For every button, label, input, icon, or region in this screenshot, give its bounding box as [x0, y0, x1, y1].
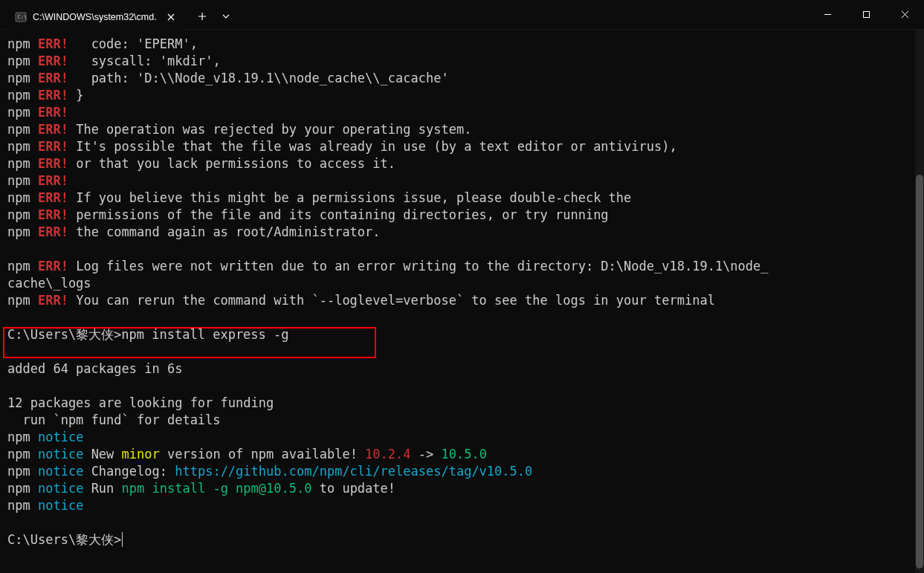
notice-label: notice [38, 447, 83, 462]
err-label: ERR! [38, 259, 68, 273]
cmd-icon: C:\ [15, 11, 27, 23]
output-line: added 64 packages in 6s [7, 360, 917, 378]
maximize-button[interactable] [847, 0, 885, 30]
notice-label: notice [38, 481, 83, 496]
notice-text: New [83, 447, 121, 462]
tab-active[interactable]: C:\ C:\WINDOWS\system32\cmd. [6, 4, 184, 30]
close-button[interactable] [885, 0, 924, 30]
run-command: npm install -g npm@10.5.0 [122, 481, 312, 496]
err-label: ERR! [38, 293, 68, 308]
tab-dropdown-button[interactable] [214, 4, 238, 28]
tab-title: C:\WINDOWS\system32\cmd. [33, 12, 158, 22]
minimize-button[interactable] [808, 0, 847, 30]
scrollbar[interactable] [915, 30, 924, 573]
window-controls [808, 0, 924, 30]
prompt: C:\Users\黎大侠> [7, 532, 121, 547]
prompt: C:\Users\黎大侠> [7, 327, 121, 342]
notice-label: notice [38, 498, 83, 513]
changelog-link[interactable]: https://github.com/npm/cli/releases/tag/… [175, 464, 532, 479]
err-text: cache\_logs [7, 275, 917, 292]
command: npm install express -g [121, 327, 288, 342]
cursor [122, 532, 123, 547]
npm-label: npm [7, 259, 30, 273]
notice-text: version of npm available! [160, 447, 365, 462]
npm-label: npm [7, 481, 30, 496]
npm-label: npm [7, 498, 30, 513]
notice-arrow: -> [411, 447, 442, 462]
err-text: Log files were not written due to an err… [68, 259, 769, 273]
notice-minor: minor [122, 447, 160, 462]
npm-label: npm [7, 447, 30, 462]
new-tab-button[interactable] [190, 4, 214, 28]
output-line: 12 packages are looking for funding [7, 395, 917, 412]
notice-text: Run [83, 481, 121, 496]
output-line: run `npm fund` for details [7, 412, 917, 429]
npm-label: npm [7, 464, 30, 479]
svg-text:C:\: C:\ [18, 14, 28, 20]
version-old: 10.2.4 [365, 447, 410, 462]
titlebar: C:\ C:\WINDOWS\system32\cmd. [0, 0, 924, 30]
notice-label: notice [38, 430, 83, 444]
npm-label: npm [7, 293, 30, 308]
tab-close-button[interactable] [164, 10, 178, 25]
version-new: 10.5.0 [441, 447, 486, 462]
notice-text: to update! [311, 481, 395, 496]
svg-rect-2 [863, 12, 869, 18]
scrollbar-thumb[interactable] [916, 175, 923, 569]
notice-text: Changelog: [83, 464, 175, 479]
npm-label: npm [7, 430, 30, 444]
err-text: You can rerun the command with `--loglev… [68, 293, 715, 308]
notice-label: notice [38, 464, 83, 479]
npm-error-block: npm ERR! code: 'EPERM',npm ERR! syscall:… [7, 36, 917, 241]
terminal-output[interactable]: npm ERR! code: 'EPERM',npm ERR! syscall:… [0, 30, 924, 573]
